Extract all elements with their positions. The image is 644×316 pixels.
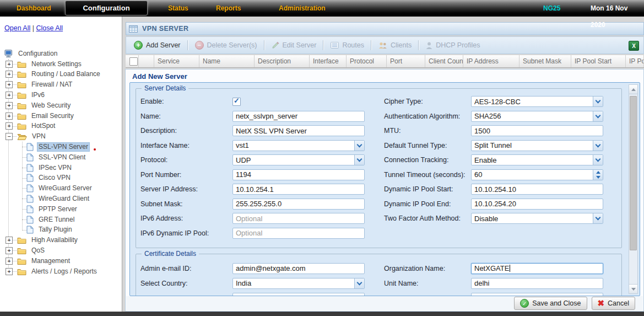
subnet-mask-input[interactable]: 255.255.255.0 <box>232 199 365 210</box>
grid-column-protocol[interactable]: Protocol <box>347 55 387 67</box>
nav-item-administration[interactable]: Administration <box>279 0 326 17</box>
tree-item-vpn[interactable]: −VPN <box>0 131 122 142</box>
tree-item-management[interactable]: +Management <box>0 256 122 266</box>
dropdown-button[interactable] <box>354 155 364 165</box>
tree-item-routing-load-balance[interactable]: +Routing / Load Balance <box>0 69 122 80</box>
grid-column-ip-pool-end[interactable]: IP Pool End <box>626 55 644 67</box>
expand-icon[interactable]: + <box>6 258 13 265</box>
select-all-checkbox[interactable] <box>129 57 138 66</box>
scroll-down-button[interactable] <box>629 284 637 293</box>
name-input[interactable]: netx_sslvpn_server <box>232 111 365 122</box>
tunnel-timeout-seconds-input[interactable]: 60 <box>471 169 603 180</box>
grid-column-client-count[interactable]: Client Count <box>425 55 463 67</box>
ipv6-dynamic-ip-pool-input[interactable]: Optional <box>232 228 365 239</box>
expand-icon[interactable]: + <box>6 61 13 68</box>
scrollbar-thumb[interactable] <box>630 96 637 250</box>
collapse-icon[interactable]: − <box>6 133 13 140</box>
organization-name-input[interactable]: NetXGATE <box>471 263 603 274</box>
grid-column-ip-address[interactable]: IP Address <box>463 55 519 67</box>
nav-item-dashboard[interactable]: Dashboard <box>17 0 51 17</box>
grid-select-all-column[interactable] <box>126 55 139 67</box>
toolbar-button-add-server[interactable]: +Add Server <box>129 39 185 52</box>
nav-item-configuration[interactable]: Configuration <box>65 1 148 15</box>
expand-icon[interactable]: + <box>6 102 13 109</box>
grid-column-subnet-mask[interactable]: Subnet Mask <box>519 55 571 67</box>
dropdown-button[interactable] <box>593 97 603 106</box>
protocol-input[interactable]: UDP <box>232 154 365 165</box>
ipv6-address-input[interactable]: Optional <box>232 213 365 224</box>
tree-item-gre-tunnel[interactable]: GRE Tunnel <box>0 215 122 225</box>
dropdown-button[interactable] <box>593 141 603 151</box>
dynamic-ip-pool-end-input[interactable]: 10.10.254.20 <box>471 199 603 210</box>
two-factor-auth-method-input[interactable]: Disable <box>471 213 603 224</box>
tree-item-label: High Availability <box>30 236 79 244</box>
grid-column-name[interactable]: Name <box>199 55 255 67</box>
interface-name-input[interactable]: vst1 <box>232 140 365 151</box>
dropdown-button[interactable] <box>593 213 603 223</box>
grid-column-service[interactable]: Service <box>154 55 199 67</box>
tree-item-qos[interactable]: +QoS <box>0 245 122 256</box>
dropdown-button[interactable] <box>354 141 364 151</box>
server-ip-address-input[interactable]: 10.10.254.1 <box>232 184 365 195</box>
field-value: Optional <box>236 229 262 237</box>
dropdown-button[interactable] <box>593 111 603 121</box>
expand-icon[interactable]: + <box>6 81 13 88</box>
grid-icon-column[interactable] <box>139 55 154 67</box>
unit-name-input[interactable]: delhi <box>471 278 603 289</box>
dropdown-button[interactable] <box>354 278 364 288</box>
tree-item-ssl-vpn-client[interactable]: SSL-VPN Client <box>0 152 122 163</box>
tree-item-tally-plugin[interactable]: Tally Plugin <box>0 225 122 235</box>
grid-column-interface[interactable]: Interface <box>310 55 347 67</box>
tree-item-wireguard-client[interactable]: WireGuard Client <box>0 194 122 204</box>
tree-item-cisco-vpn[interactable]: Cisco VPN <box>0 173 122 184</box>
grid-column-description[interactable]: Description <box>255 55 310 67</box>
expand-icon[interactable]: + <box>6 122 13 130</box>
nav-item-reports[interactable]: Reports <box>216 0 241 17</box>
cipher-type-input[interactable]: AES-128-CBC <box>471 96 603 107</box>
form-scrollbar[interactable] <box>629 84 638 294</box>
port-number-input[interactable]: 1194 <box>232 169 365 180</box>
spinner-buttons[interactable] <box>593 170 603 180</box>
tree-root-configuration[interactable]: Configuration <box>0 49 122 59</box>
authentication-algorithm-input[interactable]: SHA256 <box>471 111 603 122</box>
tree-item-ipsec-vpn[interactable]: IPSec VPN <box>0 163 122 173</box>
open-all-link[interactable]: Open All <box>4 24 30 32</box>
tree-item-network-settings[interactable]: +Network Settings <box>0 59 122 69</box>
tree-item-alerts-logs-reports[interactable]: +Alerts / Logs / Reports <box>0 266 122 277</box>
tree-item-pptp-server[interactable]: PPTP Server <box>0 204 122 215</box>
scroll-up-button[interactable] <box>629 85 637 94</box>
description-input[interactable]: NetX SSL VPN Server <box>232 125 365 136</box>
tree-item-ipv6[interactable]: +IPv6 <box>0 90 122 100</box>
tree-item-high-availability[interactable]: +High Availability <box>0 235 122 245</box>
expand-icon[interactable]: + <box>6 71 13 78</box>
dynamic-ip-pool-start-input[interactable]: 10.10.254.10 <box>471 184 603 195</box>
expand-icon[interactable]: + <box>6 247 13 254</box>
excel-export-icon[interactable]: X <box>629 41 639 51</box>
tree-item-wireguard-server[interactable]: WireGuard Server <box>0 183 122 194</box>
grid-column-ip-pool-start[interactable]: IP Pool Start <box>571 55 626 67</box>
expand-icon[interactable]: + <box>6 92 13 99</box>
expand-icon[interactable]: + <box>6 268 13 275</box>
tree-item-hotspot[interactable]: +HotSpot <box>0 121 122 132</box>
spinner-up-button[interactable] <box>593 170 603 175</box>
tree-item-web-security[interactable]: +Web Security <box>0 100 122 111</box>
mtu-input[interactable]: 1500 <box>471 125 603 136</box>
dropdown-button[interactable] <box>593 155 603 165</box>
connection-tracking-input[interactable]: Enable <box>471 154 603 165</box>
expand-icon[interactable]: + <box>6 237 13 244</box>
close-all-link[interactable]: Close All <box>36 24 63 32</box>
nav-item-status[interactable]: Status <box>168 0 188 17</box>
tree-item-ssl-vpn-server[interactable]: SSL-VPN Server <box>0 142 122 152</box>
save-and-close-button[interactable]: ✓ Save and Close <box>514 297 587 310</box>
expand-icon[interactable]: + <box>6 113 13 120</box>
admin-e-mail-id-input[interactable]: admin@netxgate.com <box>232 263 365 274</box>
tree-item-firewall-nat[interactable]: +Firewall / NAT <box>0 79 122 90</box>
enable-checkbox[interactable] <box>232 98 241 106</box>
table-grid-icon <box>129 25 138 33</box>
spinner-down-button[interactable] <box>593 175 603 180</box>
tree-item-email-security[interactable]: +Email Security <box>0 111 122 121</box>
select-country-input[interactable]: India <box>232 278 365 289</box>
grid-column-port[interactable]: Port <box>387 55 425 67</box>
default-tunnel-type-input[interactable]: Split Tunnel <box>471 140 603 151</box>
cancel-button[interactable]: ✖ Cancel <box>592 297 636 310</box>
